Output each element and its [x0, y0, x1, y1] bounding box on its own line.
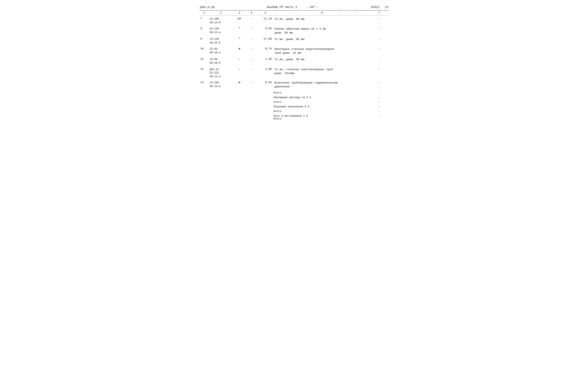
col-header-3: 3	[233, 11, 246, 14]
row-col7: –	[370, 81, 388, 84]
col-header-1: 1	[200, 11, 209, 14]
row-col7: –	[370, 27, 388, 30]
row-unit: –	[233, 68, 246, 71]
summary-dash: –	[370, 96, 388, 99]
row-desc: Клапан обратный марки 16 ч 3 бр диам. 50…	[274, 27, 370, 35]
summary-label: Пуск и регулировка 1 % Итого	[274, 114, 370, 120]
row-unit: "	[233, 27, 246, 30]
row-price: 17,80	[257, 37, 274, 41]
row-unit: нт	[233, 17, 246, 20]
table-row: 11 23–50 30–10–б – – 1,49 То же, диам. 5…	[200, 58, 388, 65]
row-price: 17,10	[257, 17, 274, 20]
row-code: 23–45 30–10–а	[209, 47, 233, 54]
row-num: 9	[200, 37, 209, 41]
row-unit: "	[233, 37, 246, 41]
row-col7: –	[370, 47, 388, 50]
row-code: 23–50 30–10–б	[209, 58, 233, 65]
row-desc: То же, диам. 50 мм	[274, 58, 370, 62]
row-price: 0,74	[257, 47, 274, 50]
table-row: 12 Доп.11 23–221 30–11–а – – 1,86 То же,…	[200, 68, 388, 79]
table-body: 7 23–108 30–15–б нт – 17,10 То же, диам.…	[200, 17, 388, 120]
row-num: 10	[200, 47, 209, 50]
album-label: Альбом УП часть 1	[267, 5, 297, 9]
summary-row: Плановые накопления 6 % –	[200, 105, 388, 108]
row-price: 0,03	[257, 81, 274, 84]
column-headers: 1 2 3 4 5 6 7	[200, 11, 388, 15]
row-price: 1,49	[257, 58, 274, 61]
summary-row: Накладные расходы 14,9 % –	[200, 96, 388, 99]
row-col4: –	[246, 58, 257, 61]
summary-label: Итого	[274, 110, 370, 113]
col-header-6: 6	[274, 11, 370, 14]
row-desc: То же, стальных электросварных труб диам…	[274, 68, 370, 75]
summary-dash: –	[370, 105, 388, 108]
doc-number-left: 204-3-28	[200, 5, 215, 9]
col-header-5: 5	[257, 11, 274, 14]
row-num: 8	[200, 27, 209, 30]
row-code: Доп.11 23–221 30–11–а	[209, 68, 233, 79]
row-col7: –	[370, 17, 388, 20]
page-header: 204-3-28 Альбом УП часть 1 – 167 – 16312…	[200, 5, 388, 9]
page-number: – 167 –	[306, 5, 318, 9]
summary-label: итого	[274, 101, 370, 104]
row-desc: Прокладка стальных водогазопроводных тру…	[274, 47, 370, 55]
summary-row: Итого –	[200, 91, 388, 94]
row-num: 13	[200, 81, 209, 84]
doc-number-right: 16312 · 12	[371, 5, 388, 9]
row-desc: То же, диам. 80 мм	[274, 17, 370, 21]
row-col4: –	[246, 81, 257, 84]
row-price: 1,86	[257, 68, 274, 71]
row-unit: –	[233, 58, 246, 61]
table-row: 13 23–104 30–14–а м – 0,03 Испытание тру…	[200, 81, 388, 89]
row-col4: –	[246, 17, 257, 20]
summary-label: Плановые накопления 6 %	[274, 105, 370, 108]
summary-row: Итого –	[200, 110, 388, 113]
row-col4: –	[246, 68, 257, 71]
row-price: 9,04	[257, 27, 274, 30]
row-num: 12	[200, 68, 209, 71]
col-header-4: 4	[246, 11, 257, 14]
row-num: 7	[200, 17, 209, 20]
summary-label: Итого	[274, 91, 370, 94]
row-desc: То же. диам. 80 мм	[274, 37, 370, 41]
row-desc: Испытание трубопроводов гидравлическим д…	[274, 81, 370, 89]
row-num: 11	[200, 58, 209, 61]
row-col4: –	[246, 47, 257, 50]
row-unit: м	[233, 81, 246, 84]
row-col4: –	[246, 37, 257, 41]
col-header-2: 2	[209, 11, 233, 14]
row-code: 23–104 30–14–а	[209, 81, 233, 88]
row-unit: м	[233, 47, 246, 50]
summary-row: Пуск и регулировка 1 % Итого –	[200, 114, 388, 120]
table-row: 7 23–108 30–15–б нт – 17,10 То же, диам.…	[200, 17, 388, 24]
row-code: 23–108 30–15–б	[209, 17, 233, 24]
row-col4: –	[246, 27, 257, 30]
summary-dash: –	[370, 114, 388, 120]
summary-dash: –	[370, 110, 388, 113]
summary-dash: –	[370, 101, 388, 104]
row-col7: –	[370, 37, 388, 41]
summary-label: Накладные расходы 14,9 %	[274, 96, 370, 99]
table-row: 10 23–45 30–10–а м – 0,74 Прокладка стал…	[200, 47, 388, 55]
row-code: 23–138 30–15–а	[209, 27, 233, 34]
row-col7: –	[370, 68, 388, 71]
row-col7: –	[370, 58, 388, 61]
summary-row: итого –	[200, 101, 388, 104]
col-header-7: 7	[370, 11, 388, 14]
row-code: 23–139 30–15–б	[209, 37, 233, 45]
table-row: 8 23–138 30–15–а " – 9,04 Клапан обратны…	[200, 27, 388, 35]
summary-dash: –	[370, 91, 388, 94]
table-row: 9 23–139 30–15–б " – 17,80 То же. диам. …	[200, 37, 388, 45]
doc-title-center: Альбом УП часть 1 – 167 –	[267, 5, 318, 9]
